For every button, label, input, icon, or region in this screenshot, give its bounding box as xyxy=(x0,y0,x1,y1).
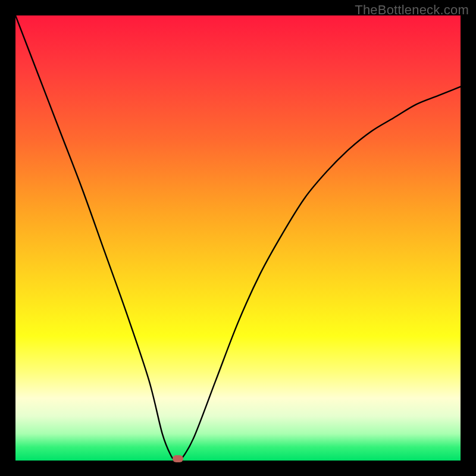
watermark-text: TheBottleneck.com xyxy=(355,2,469,18)
plot-area xyxy=(15,15,461,461)
bottleneck-curve xyxy=(15,15,461,461)
chart-frame: TheBottleneck.com xyxy=(0,0,476,476)
curve-layer xyxy=(15,15,461,461)
minimum-marker xyxy=(173,455,183,462)
